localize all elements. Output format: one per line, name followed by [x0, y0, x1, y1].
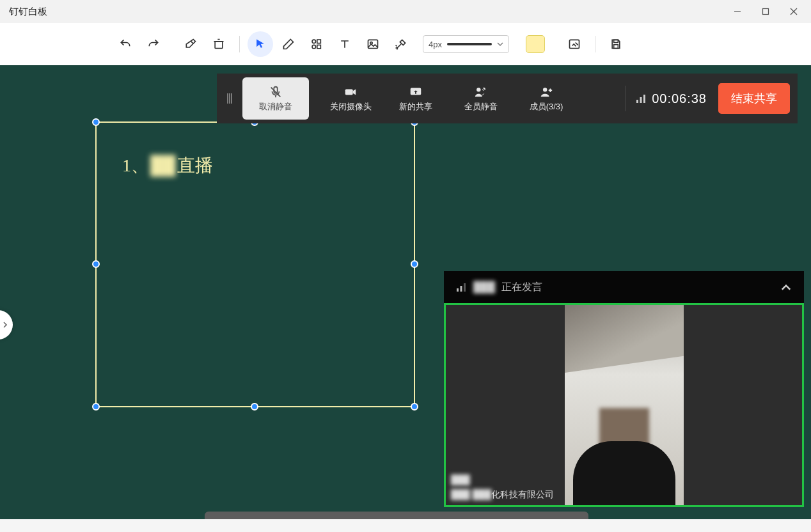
cursor-icon: [254, 38, 267, 51]
edit-background-button[interactable]: [562, 31, 587, 57]
camera-icon: [342, 85, 359, 99]
resize-handle-bl[interactable]: [92, 403, 100, 411]
speaker-name-blur: ███: [473, 281, 495, 293]
stroke-width-label: 4px: [429, 40, 442, 49]
members-button[interactable]: 成员(3/3): [514, 77, 579, 120]
resize-handle-mr[interactable]: [411, 260, 418, 268]
window-title: 钉钉白板: [9, 6, 47, 18]
svg-rect-1: [763, 9, 769, 15]
canvas-text-prefix: 1、: [122, 155, 149, 175]
maximize-icon: [762, 8, 769, 15]
resize-handle-br[interactable]: [411, 403, 418, 411]
new-share-label: 新的共享: [399, 101, 432, 113]
end-share-label: 结束共享: [731, 91, 777, 106]
clear-button[interactable]: [206, 31, 232, 57]
svg-point-24: [543, 88, 547, 91]
minimize-icon: [734, 8, 741, 15]
members-icon: [538, 85, 555, 99]
resize-handle-mb[interactable]: [251, 403, 258, 411]
svg-rect-33: [464, 283, 466, 292]
timer-value: 00:06:38: [652, 91, 707, 106]
toolbar-separator: [595, 36, 595, 52]
svg-rect-19: [345, 89, 353, 95]
text-tool-button[interactable]: [332, 31, 358, 57]
window-buttons: [724, 2, 807, 21]
video-panel-header: ███ 正在发言: [444, 271, 804, 303]
svg-rect-30: [643, 95, 645, 103]
toolbar-separator: [239, 36, 240, 52]
svg-rect-9: [368, 40, 378, 48]
overlay-name: ███: [451, 473, 554, 487]
color-swatch[interactable]: [526, 35, 545, 53]
stroke-width-select[interactable]: 4px: [423, 35, 509, 53]
redo-icon: [147, 38, 160, 51]
end-share-button[interactable]: 结束共享: [718, 83, 790, 114]
resize-handle-ml[interactable]: [92, 260, 100, 268]
meeting-timer: 00:06:38: [626, 91, 714, 106]
shapes-tool-button[interactable]: [304, 31, 329, 57]
drag-handle-icon: [226, 92, 233, 105]
close-button[interactable]: [780, 2, 807, 21]
svg-rect-6: [317, 40, 321, 43]
redo-button[interactable]: [141, 31, 166, 57]
video-tile-camera: [565, 305, 684, 505]
maximize-button[interactable]: [752, 2, 779, 21]
image-icon: [366, 38, 379, 51]
svg-rect-31: [457, 288, 459, 292]
image-tool-button[interactable]: [360, 31, 386, 57]
mic-muted-icon: [267, 85, 284, 99]
speaker-status: 正在发言: [501, 281, 542, 294]
laser-tool-button[interactable]: [388, 31, 414, 57]
side-panel-expand[interactable]: [0, 310, 13, 340]
drag-handle[interactable]: [217, 74, 242, 123]
unmute-label: 取消静音: [259, 101, 292, 113]
eraser-icon: [184, 38, 197, 51]
svg-rect-28: [636, 100, 638, 103]
select-tool-button[interactable]: [248, 31, 273, 57]
save-button[interactable]: [603, 31, 629, 57]
undo-icon: [119, 38, 132, 51]
svg-point-7: [312, 45, 316, 49]
overlay-company-blur: ███ ███: [451, 489, 491, 499]
video-panel-body: ███ ███ ███化科技有限公司: [444, 303, 804, 507]
camera-off-button[interactable]: 关闭摄像头: [318, 77, 383, 120]
text-icon: [338, 38, 351, 51]
pen-tool-button[interactable]: [276, 31, 301, 57]
signal-icon: [455, 281, 467, 293]
close-icon: [790, 8, 798, 15]
camera-off-label: 关闭摄像头: [330, 101, 372, 113]
svg-point-21: [476, 88, 480, 91]
unmute-button[interactable]: 取消静音: [242, 77, 309, 120]
horizontal-scrollbar[interactable]: [205, 512, 588, 519]
video-panel[interactable]: ███ 正在发言 ███ ███ ███化科技有限公司: [444, 271, 804, 507]
mute-all-icon: [473, 85, 489, 99]
whiteboard-toolbar: 4px: [0, 23, 811, 65]
overlay-company-suffix: 化科技有限公司: [491, 489, 554, 499]
new-share-button[interactable]: 新的共享: [383, 77, 448, 120]
eraser-button[interactable]: [178, 31, 203, 57]
stroke-preview: [447, 43, 492, 45]
canvas-text[interactable]: 1、██直播: [122, 153, 213, 178]
mute-all-label: 全员静音: [464, 101, 498, 113]
svg-rect-8: [317, 45, 321, 49]
undo-button[interactable]: [113, 31, 138, 57]
clear-icon: [212, 38, 225, 51]
svg-point-5: [312, 40, 316, 43]
selection-box[interactable]: 1、██直播: [95, 121, 415, 407]
video-tile-dark: [684, 305, 803, 505]
canvas-text-blur: ██: [149, 155, 177, 175]
members-label: 成员(3/3): [530, 101, 563, 113]
edit-background-icon: [568, 38, 581, 51]
video-overlay-caption: ███ ███ ███化科技有限公司: [451, 473, 554, 501]
resize-handle-tl[interactable]: [92, 118, 100, 126]
canvas-text-suffix: 直播: [177, 155, 213, 175]
meeting-controls-bar[interactable]: 取消静音 关闭摄像头 新的共享 全员静音 成员(3/3) 00:06:38 结束…: [217, 74, 798, 123]
minimize-button[interactable]: [724, 2, 751, 21]
chevron-up-icon[interactable]: [780, 281, 792, 293]
mute-all-button[interactable]: 全员静音: [448, 77, 514, 120]
svg-rect-4: [215, 42, 223, 49]
chevron-right-icon: [1, 321, 9, 329]
window-titlebar: 钉钉白板: [0, 0, 811, 23]
chevron-down-icon: [497, 41, 503, 47]
svg-rect-13: [614, 45, 618, 49]
